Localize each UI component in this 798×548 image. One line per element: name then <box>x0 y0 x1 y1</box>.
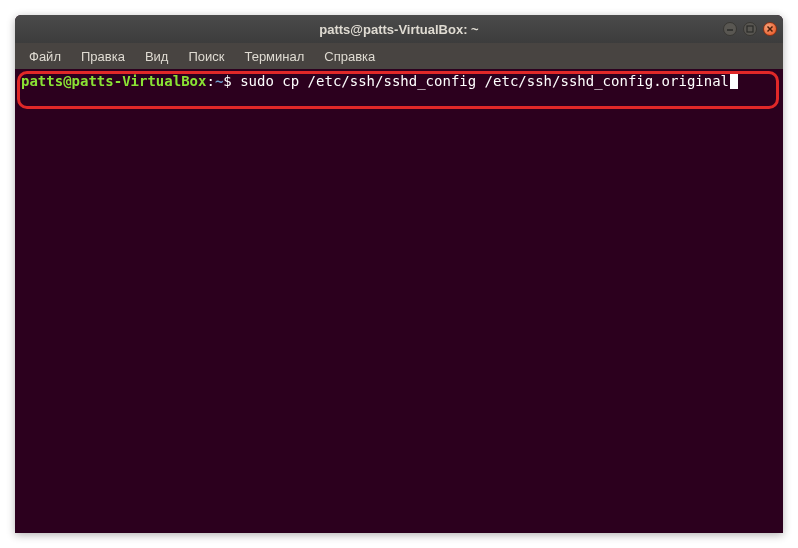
prompt-dollar: $ <box>223 73 240 89</box>
terminal-body[interactable]: patts@patts-VirtualBox:~$ sudo cp /etc/s… <box>15 69 783 533</box>
menu-search[interactable]: Поиск <box>178 45 234 68</box>
terminal-line: patts@patts-VirtualBox:~$ sudo cp /etc/s… <box>21 73 777 90</box>
minimize-icon <box>726 25 734 33</box>
cursor <box>730 74 738 89</box>
terminal-window: patts@patts-VirtualBox: ~ Файл Пр <box>15 15 783 533</box>
minimize-button[interactable] <box>723 22 737 36</box>
menu-help[interactable]: Справка <box>314 45 385 68</box>
close-icon <box>766 25 774 33</box>
prompt-user-host: patts@patts-VirtualBox <box>21 73 206 89</box>
command-text: sudo cp /etc/ssh/sshd_config /etc/ssh/ss… <box>240 73 729 89</box>
svg-rect-1 <box>747 26 753 32</box>
menu-terminal[interactable]: Терминал <box>234 45 314 68</box>
window-titlebar: patts@patts-VirtualBox: ~ <box>15 15 783 43</box>
prompt-colon: : <box>206 73 214 89</box>
window-controls <box>723 22 777 36</box>
maximize-button[interactable] <box>743 22 757 36</box>
menu-edit[interactable]: Правка <box>71 45 135 68</box>
menubar: Файл Правка Вид Поиск Терминал Справка <box>15 43 783 69</box>
menu-view[interactable]: Вид <box>135 45 179 68</box>
menu-file[interactable]: Файл <box>19 45 71 68</box>
close-button[interactable] <box>763 22 777 36</box>
window-title: patts@patts-VirtualBox: ~ <box>319 22 478 37</box>
maximize-icon <box>746 25 754 33</box>
